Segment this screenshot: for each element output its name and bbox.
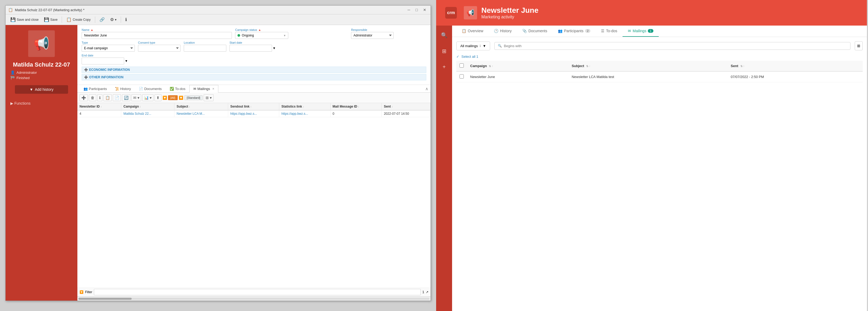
location-input[interactable] (184, 45, 226, 52)
grid-info-btn[interactable]: ℹ (97, 94, 102, 101)
col-sent[interactable]: Sent (382, 103, 431, 110)
save-button[interactable]: 💾 Save (42, 16, 60, 23)
col-sendout-link[interactable]: Sendout link (228, 103, 279, 110)
campaign-status-field[interactable]: Ongoing ▼ (235, 32, 288, 39)
filter-input[interactable] (94, 289, 421, 295)
subject-link[interactable]: Newsletter LCA M... (177, 112, 205, 116)
end-date-input[interactable] (82, 58, 124, 64)
grid-view-button[interactable]: ⊞ (855, 41, 863, 50)
name-input[interactable] (82, 32, 232, 39)
grid-refresh-btn[interactable]: 🔄 (122, 94, 130, 101)
col-statistics-link[interactable]: Statistics link (279, 103, 330, 110)
app-tab-participants[interactable]: 👥 Participants 2 (553, 26, 596, 37)
start-date-icon: ▼ (273, 46, 276, 50)
sidebar-record-icon: 📢 (28, 30, 55, 57)
overview-tab-icon: 📋 (462, 29, 466, 33)
grid-paste-btn[interactable]: 📄 (113, 94, 121, 101)
app-grid-table: Campaign ⇅ ↑ Subject ⇅ ↑ Sent ⇅ ↑ (456, 61, 863, 82)
create-copy-button[interactable]: 📋 Create Copy (64, 16, 93, 23)
location-label: Location (184, 41, 226, 44)
app-header-title: Newsletter June (481, 6, 538, 15)
documents-app-tab-label: Documents (528, 29, 547, 33)
app-header-subtitle: Marketing activity (481, 15, 538, 20)
grid-columns-btn[interactable]: ⊞ ▾ (204, 94, 214, 101)
sendout-link[interactable]: https://app.bwz.s... (230, 112, 257, 116)
window-title-icon: 📋 (8, 8, 13, 12)
nav-grid-btn[interactable]: ⊞ (440, 46, 448, 56)
documents-tab-label: Documents (144, 87, 162, 91)
tab-participants[interactable]: 👥 Participants (80, 85, 111, 92)
app-tab-history[interactable]: 🕐 History (489, 26, 517, 37)
app-nav-sidebar: 🔍 ⊞ + (436, 26, 452, 311)
save-icon: 💾 (44, 17, 49, 22)
cell-sent: 2022-07-07 14:50 (382, 110, 431, 117)
app-tab-todos[interactable]: ☰ To-dos (596, 26, 623, 37)
tab-history[interactable]: 📜 History (111, 85, 135, 92)
grid-copy-btn[interactable]: 📋 (103, 94, 112, 101)
col-subject[interactable]: Subject (175, 103, 228, 110)
save-and-close-button[interactable]: 💾 Save and close (8, 16, 41, 23)
sidebar-functions[interactable]: ▶ Functions (8, 99, 75, 108)
participants-app-tab-label: Participants (564, 29, 584, 33)
add-history-label: Add history (35, 87, 54, 92)
info-button[interactable]: ℹ (123, 16, 129, 23)
start-date-input[interactable] (229, 45, 272, 52)
row-checkbox[interactable] (460, 74, 464, 79)
close-button[interactable]: ✕ (422, 7, 428, 12)
col-campaign[interactable]: Campaign (121, 103, 175, 110)
table-row[interactable]: 4 Matilda Schulz 22... Newsletter LCA M.… (78, 110, 431, 117)
app-tab-overview[interactable]: 📋 Overview (456, 26, 489, 37)
maximize-button[interactable]: □ (414, 7, 420, 12)
tab-mailings[interactable]: ✉ Mailings ✕ (189, 85, 218, 93)
horizontal-scrollbar[interactable] (78, 296, 431, 301)
std-filter-badge[interactable]: [Standard] (184, 95, 203, 100)
type-select[interactable]: E-mail campaign (82, 45, 135, 52)
history-app-tab-icon: 🕐 (494, 29, 498, 33)
mailings-tab-close[interactable]: ✕ (212, 87, 214, 90)
add-history-button[interactable]: ▼ Add history (15, 85, 68, 94)
grid-table: Newsletter ID Campaign Subject Sendout l… (78, 103, 431, 117)
all-mailings-button[interactable]: All mailings 1 ▼ (456, 41, 490, 50)
link-button[interactable]: 🔗 (97, 16, 107, 23)
app-tab-mailings[interactable]: ✉ Mailings 1 (623, 26, 658, 37)
col-app-subject[interactable]: Subject ⇅ ↑ (568, 61, 727, 72)
select-all-row[interactable]: ✓ Select all 1 (456, 55, 863, 59)
nav-search-btn[interactable]: 🔍 (439, 30, 450, 40)
minimize-button[interactable]: ─ (406, 7, 412, 12)
all-filter-badge[interactable]: [All] (168, 95, 178, 100)
responsible-label: Responsible (351, 28, 426, 31)
grid-chart-btn[interactable]: 📊 ▾ (142, 94, 153, 101)
all-mailings-count: 1 (479, 44, 481, 48)
select-all-checkbox[interactable] (460, 63, 464, 68)
mailings-tab-label: Mailings (197, 87, 210, 91)
responsible-select[interactable]: Administrator (351, 32, 394, 39)
col-app-campaign[interactable]: Campaign ⇅ ↑ (467, 61, 568, 72)
consent-type-select[interactable] (138, 45, 181, 52)
tab-todos[interactable]: ✅ To-dos (166, 85, 189, 92)
app-tab-documents[interactable]: 📎 Documents (517, 26, 553, 37)
grid-delete-btn[interactable]: 🗑 (89, 94, 96, 101)
grid-add-btn[interactable]: ➕ (80, 94, 88, 101)
campaign-link[interactable]: Matilda Schulz 22... (123, 112, 151, 116)
col-newsletter-id[interactable]: Newsletter ID (78, 103, 121, 110)
search-input[interactable] (504, 44, 847, 48)
collapse-btn[interactable]: ∧ (425, 86, 428, 91)
settings-icon: ⚙ (110, 17, 114, 22)
settings-button[interactable]: ⚙▾ (108, 16, 119, 23)
col-mail-message-id[interactable]: Mail Message ID (330, 103, 382, 110)
other-information-section[interactable]: ➕ OTHER INFORMATION (82, 74, 426, 80)
app-table-row[interactable]: Newsletter June Newsletter LCA Matilda t… (456, 72, 863, 82)
statistics-link[interactable]: https://app.bwz.s... (281, 112, 308, 116)
nav-add-btn[interactable]: + (440, 62, 448, 72)
window-controls: ─ □ ✕ (406, 7, 428, 12)
filter-icon: 🔽 (162, 95, 167, 100)
grid-upload-btn[interactable]: ⬆ (155, 94, 161, 101)
economic-information-section[interactable]: ➕ ECONOMIC INFORMATION (82, 66, 426, 73)
cell-newsletter-id: 4 (78, 110, 121, 117)
start-date-container: ▼ (229, 45, 276, 52)
grid-mail-btn[interactable]: ✉ ▾ (131, 94, 141, 101)
tab-documents[interactable]: 📄 Documents (135, 85, 166, 92)
col-app-sent[interactable]: Sent ⇅ ↑ (727, 61, 863, 72)
scrollbar-track (79, 298, 430, 300)
end-date-group: End date ▼ (82, 54, 128, 64)
